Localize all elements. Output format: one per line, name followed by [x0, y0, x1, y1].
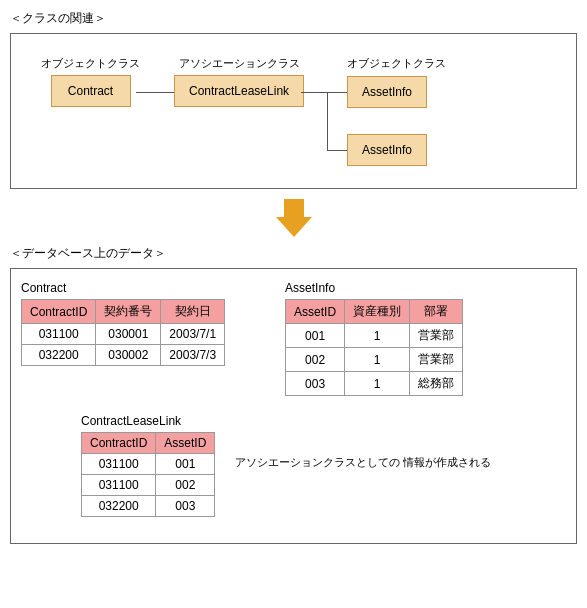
contract-lease-link-box: ContractLeaseLink — [174, 75, 304, 107]
asset-r2-id: 002 — [286, 348, 345, 372]
asset-r1-dept: 営業部 — [410, 324, 463, 348]
assetinfo-table-title: AssetInfo — [285, 281, 463, 295]
cll-r1-cid: 031100 — [82, 454, 156, 475]
contract-r1-date: 2003/7/1 — [161, 324, 225, 345]
asset-r1-id: 001 — [286, 324, 345, 348]
asset-r2-dept: 営業部 — [410, 348, 463, 372]
contract-r2-num: 030002 — [96, 345, 161, 366]
section2-label: ＜データベース上のデータ＞ — [10, 245, 577, 262]
col1-label: オブジェクトクラス — [41, 56, 140, 71]
assetinfo-table: AssetInfo AssetID 資産種別 部署 001 1 営業部 — [285, 281, 463, 396]
cll-r2-aid: 002 — [156, 475, 215, 496]
contract-row-2: 032200 030002 2003/7/3 — [22, 345, 225, 366]
contract-col-contractid: ContractID — [22, 300, 96, 324]
cll-row-1: 031100 001 — [82, 454, 215, 475]
asset-col-id: AssetID — [286, 300, 345, 324]
note-text: アソシエーションクラスとしての 情報が作成される — [235, 454, 491, 472]
asset-row-3: 003 1 総務部 — [286, 372, 463, 396]
contract-col-date: 契約日 — [161, 300, 225, 324]
asset-r2-type: 1 — [345, 348, 410, 372]
contract-table: Contract ContractID 契約番号 契約日 031100 0300… — [21, 281, 225, 396]
cll-r2-cid: 031100 — [82, 475, 156, 496]
cll-row-3: 032200 003 — [82, 496, 215, 517]
assetinfo-box-top: AssetInfo — [347, 76, 427, 108]
cll-col-assetid: AssetID — [156, 433, 215, 454]
cll-col-contractid: ContractID — [82, 433, 156, 454]
cll-r3-cid: 032200 — [82, 496, 156, 517]
cll-r3-aid: 003 — [156, 496, 215, 517]
contract-r1-num: 030001 — [96, 324, 161, 345]
asset-r3-type: 1 — [345, 372, 410, 396]
contract-box: Contract — [51, 75, 131, 107]
data-diagram-box: Contract ContractID 契約番号 契約日 031100 0300… — [10, 268, 577, 544]
cll-r1-aid: 001 — [156, 454, 215, 475]
col3-label: オブジェクトクラス — [347, 56, 446, 71]
contract-row-1: 031100 030001 2003/7/1 — [22, 324, 225, 345]
class-diagram-box: オブジェクトクラス Contract アソシエーションクラス ContractL… — [10, 33, 577, 189]
cll-table-title: ContractLeaseLink — [81, 414, 215, 428]
asset-r3-dept: 総務部 — [410, 372, 463, 396]
section1-label: ＜クラスの関連＞ — [10, 10, 577, 27]
contract-r2-id: 032200 — [22, 345, 96, 366]
arrow-down — [10, 199, 577, 237]
contract-r1-id: 031100 — [22, 324, 96, 345]
asset-row-2: 002 1 営業部 — [286, 348, 463, 372]
asset-col-type: 資産種別 — [345, 300, 410, 324]
asset-col-dept: 部署 — [410, 300, 463, 324]
asset-r1-type: 1 — [345, 324, 410, 348]
assetinfo-box-bottom: AssetInfo — [347, 134, 427, 166]
cll-row-2: 031100 002 — [82, 475, 215, 496]
asset-row-1: 001 1 営業部 — [286, 324, 463, 348]
contract-col-num: 契約番号 — [96, 300, 161, 324]
contract-lease-link-table: ContractLeaseLink ContractID AssetID 031… — [81, 414, 215, 517]
contract-r2-date: 2003/7/3 — [161, 345, 225, 366]
col2-label: アソシエーションクラス — [179, 56, 300, 71]
contract-table-title: Contract — [21, 281, 225, 295]
asset-r3-id: 003 — [286, 372, 345, 396]
